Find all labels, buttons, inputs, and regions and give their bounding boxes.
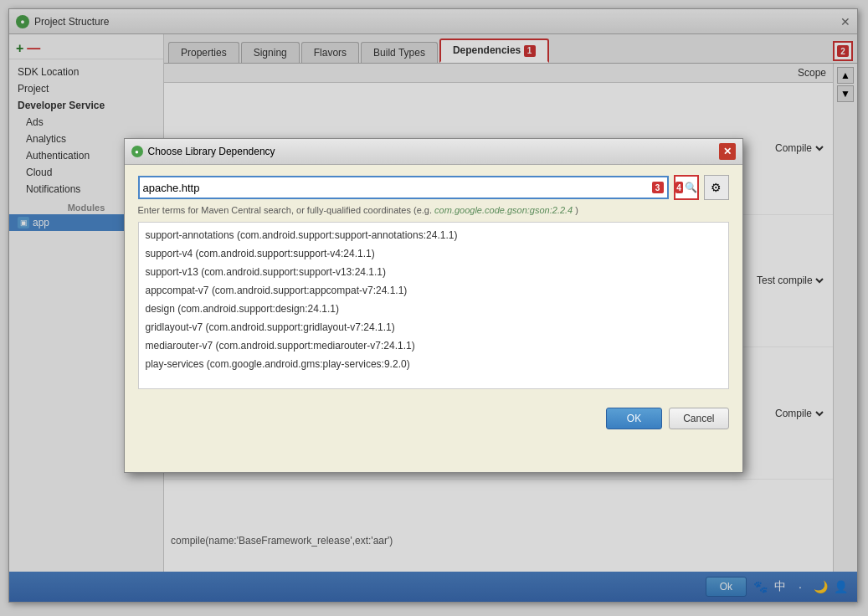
settings-button[interactable]: ⚙ <box>704 175 729 200</box>
hint-text: Enter terms for Maven Central search, or… <box>138 205 729 215</box>
result-item[interactable]: support-v13 (com.android.support:support… <box>139 263 728 281</box>
result-item[interactable]: mediarouter-v7 (com.android.support:medi… <box>139 336 728 355</box>
modal-body: 3 4 🔍 ⚙ Enter terms for Maven Central se… <box>125 165 742 399</box>
search-icon: 🔍 <box>685 182 697 193</box>
result-item[interactable]: appcompat-v7 (com.android.support:appcom… <box>139 281 728 300</box>
modal-title-left: ● Choose Library Dependency <box>131 146 275 157</box>
search-row: 3 4 🔍 ⚙ <box>138 175 729 200</box>
settings-icon: ⚙ <box>711 181 722 194</box>
modal-overlay: ● Choose Library Dependency ✕ 3 4 🔍 <box>9 9 857 602</box>
search-badge: 3 <box>652 182 664 193</box>
result-item[interactable]: play-services (com.google.android.gms:pl… <box>139 355 728 373</box>
hint-example: com.google.code.gson:gson:2.2.4 <box>434 205 573 215</box>
modal-close-button[interactable]: ✕ <box>719 143 736 160</box>
search-input-wrapper: 3 <box>138 176 669 199</box>
results-list: support-annotations (com.android.support… <box>138 222 729 389</box>
modal-app-icon: ● <box>131 146 143 157</box>
result-item[interactable]: gridlayout-v7 (com.android.support:gridl… <box>139 318 728 336</box>
result-item[interactable]: design (com.android.support:design:24.1.… <box>139 300 728 318</box>
modal-footer: OK Cancel <box>125 399 742 438</box>
modal-title: Choose Library Dependency <box>148 146 275 157</box>
search-input[interactable] <box>143 182 649 194</box>
search-btn-badge: 4 <box>675 182 683 193</box>
result-item[interactable]: support-annotations (com.android.support… <box>139 226 728 244</box>
modal-title-bar: ● Choose Library Dependency ✕ <box>125 139 742 165</box>
search-button[interactable]: 4 🔍 <box>674 175 699 200</box>
modal-ok-button[interactable]: OK <box>606 408 662 429</box>
modal-cancel-button[interactable]: Cancel <box>669 408 728 429</box>
main-window: ● Project Structure ✕ + — SDK Location P… <box>8 8 858 603</box>
modal-dialog: ● Choose Library Dependency ✕ 3 4 🔍 <box>124 138 743 473</box>
result-item[interactable]: support-v4 (com.android.support:support-… <box>139 244 728 263</box>
